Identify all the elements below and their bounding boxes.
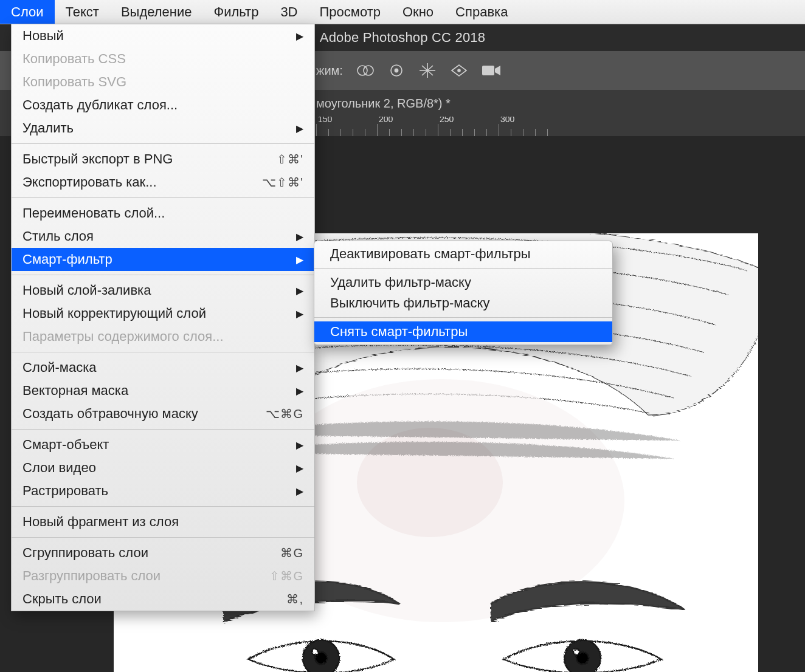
- mode-label: жим:: [316, 64, 343, 78]
- smart-filter-submenu: Деактивировать смарт-фильтрыУдалить филь…: [314, 241, 613, 345]
- menu-item-shortcut: ⌥⌘G: [266, 406, 303, 421]
- menu-separator: [12, 537, 314, 538]
- menubar-item-справка[interactable]: Справка: [444, 0, 519, 24]
- menu-item-label: Удалить: [22, 120, 74, 136]
- svg-point-18: [573, 648, 579, 654]
- submenu-arrow-icon: ▶: [296, 485, 303, 497]
- ruler-tick: [365, 129, 377, 136]
- submenu-item[interactable]: Удалить фильтр-маску: [314, 272, 612, 293]
- menu-item[interactable]: Создать дубликат слоя...: [12, 94, 314, 117]
- menu-item[interactable]: Векторная маска▶: [12, 379, 314, 402]
- menu-item[interactable]: Смарт-фильтр▶: [12, 248, 314, 271]
- menu-item-label: Копировать CSS: [22, 51, 126, 67]
- menu-item[interactable]: Новый▶: [12, 24, 314, 47]
- menu-item-label: Слои видео: [22, 460, 96, 476]
- ruler-tick: [486, 129, 499, 136]
- menubar-item-3d[interactable]: 3D: [269, 0, 308, 24]
- menubar-item-фильтр[interactable]: Фильтр: [202, 0, 269, 24]
- menu-item[interactable]: Новый слой-заливка▶: [12, 279, 314, 302]
- menu-item-label: Стиль слоя: [22, 228, 94, 244]
- menu-separator: [12, 352, 314, 352]
- menu-item-label: Смарт-объект: [22, 437, 109, 453]
- menubar-item-текст[interactable]: Текст: [55, 0, 110, 24]
- menu-item-shortcut: ⇧⌘': [277, 152, 303, 166]
- document-tab-label: моугольник 2, RGB/8*) *: [316, 97, 451, 111]
- menu-item-label: Новый: [22, 28, 64, 44]
- menu-item[interactable]: Экспортировать как...⌥⇧⌘': [12, 171, 314, 194]
- menubar-item-слои[interactable]: Слои: [0, 0, 55, 24]
- menu-item[interactable]: Стиль слоя▶: [12, 225, 314, 248]
- submenu-arrow-icon: ▶: [296, 362, 303, 374]
- menu-item-label: Копировать SVG: [22, 74, 126, 90]
- menu-item-label: Слой-маска: [22, 360, 97, 375]
- submenu-arrow-icon: ▶: [296, 123, 303, 134]
- menu-item-label: Новый слой-заливка: [22, 283, 151, 298]
- menu-item[interactable]: Слой-маска▶: [12, 356, 314, 379]
- menubar-item-просмотр[interactable]: Просмотр: [309, 0, 392, 24]
- menu-item-label: Новый корректирующий слой: [22, 306, 206, 321]
- submenu-item[interactable]: Снять смарт-фильтры: [314, 321, 612, 342]
- ruler-tick: 150: [316, 124, 328, 136]
- menu-separator: [12, 506, 314, 507]
- menu-item[interactable]: Быстрый экспорт в PNG⇧⌘': [12, 148, 314, 171]
- submenu-arrow-icon: ▶: [296, 285, 303, 297]
- ruler-tick: [426, 129, 438, 136]
- menubar-item-окно[interactable]: Окно: [392, 0, 444, 24]
- ruler-label: 300: [500, 117, 514, 124]
- ruler-tick: [547, 129, 559, 136]
- ruler-tick: 250: [438, 124, 450, 136]
- menu-item[interactable]: Смарт-объект▶: [12, 433, 314, 456]
- app-title: Adobe Photoshop CC 2018: [320, 30, 485, 46]
- menubar-item-выделение[interactable]: Выделение: [110, 0, 203, 24]
- align-icon[interactable]: [418, 62, 437, 79]
- menu-item-label: Создать обтравочную маску: [22, 406, 198, 422]
- menu-item-label: Разгруппировать слои: [22, 568, 161, 584]
- menu-item[interactable]: Удалить▶: [12, 117, 314, 140]
- menu-item-shortcut: ⌥⇧⌘': [262, 175, 303, 190]
- menu-item-label: Векторная маска: [22, 383, 128, 399]
- menu-item[interactable]: Новый фрагмент из слоя: [12, 510, 314, 533]
- align-target-icon[interactable]: [388, 62, 405, 79]
- submenu-item[interactable]: Выключить фильтр-маску: [314, 293, 612, 314]
- ruler-label: 150: [318, 117, 332, 124]
- svg-point-15: [311, 648, 317, 654]
- ruler-tick: [450, 129, 462, 136]
- menu-item-label: Параметры содержимого слоя...: [22, 329, 224, 345]
- menu-item-label: Сгруппировать слои: [22, 545, 148, 561]
- menu-item[interactable]: Растрировать▶: [12, 479, 314, 502]
- menu-separator: [314, 268, 612, 269]
- ruler-tick: [535, 129, 547, 136]
- menu-item: Разгруппировать слои⇧⌘G: [12, 564, 314, 588]
- submenu-arrow-icon: ▶: [296, 385, 303, 397]
- menu-item: Копировать CSS: [12, 47, 314, 70]
- svg-point-0: [358, 66, 367, 75]
- menu-item[interactable]: Сгруппировать слои⌘G: [12, 541, 314, 564]
- arrange-icon[interactable]: [450, 63, 468, 78]
- menu-item-label: Новый фрагмент из слоя: [22, 514, 179, 530]
- submenu-item[interactable]: Деактивировать смарт-фильтры: [314, 244, 612, 264]
- menu-item[interactable]: Скрыть слои⌘,: [12, 588, 314, 611]
- ruler-tick: 200: [377, 124, 389, 136]
- ruler-label: 200: [379, 117, 393, 124]
- menu-item-shortcut: ⌘,: [286, 592, 303, 606]
- submenu-arrow-icon: ▶: [296, 254, 303, 266]
- ruler-label: 250: [440, 117, 454, 124]
- ruler-tick: [353, 129, 365, 136]
- menu-separator: [12, 197, 314, 198]
- submenu-item-label: Деактивировать смарт-фильтры: [330, 246, 531, 262]
- camera-icon[interactable]: [482, 64, 501, 77]
- menu-item[interactable]: Новый корректирующий слой▶: [12, 302, 314, 325]
- ruler-tick: [523, 129, 535, 136]
- menu-separator: [12, 429, 314, 430]
- menu-item[interactable]: Переименовать слой...: [12, 202, 314, 225]
- menu-item-label: Экспортировать как...: [22, 174, 157, 190]
- ruler-tick: [413, 129, 426, 136]
- menu-item-label: Скрыть слои: [22, 591, 102, 607]
- menu-item[interactable]: Слои видео▶: [12, 456, 314, 479]
- menu-item-label: Смарт-фильтр: [22, 252, 112, 267]
- submenu-arrow-icon: ▶: [296, 308, 303, 320]
- submenu-item-label: Выключить фильтр-маску: [330, 295, 489, 311]
- menu-item[interactable]: Создать обтравочную маску⌥⌘G: [12, 402, 314, 425]
- svg-point-3: [395, 69, 398, 72]
- path-ops-icon[interactable]: [356, 63, 375, 78]
